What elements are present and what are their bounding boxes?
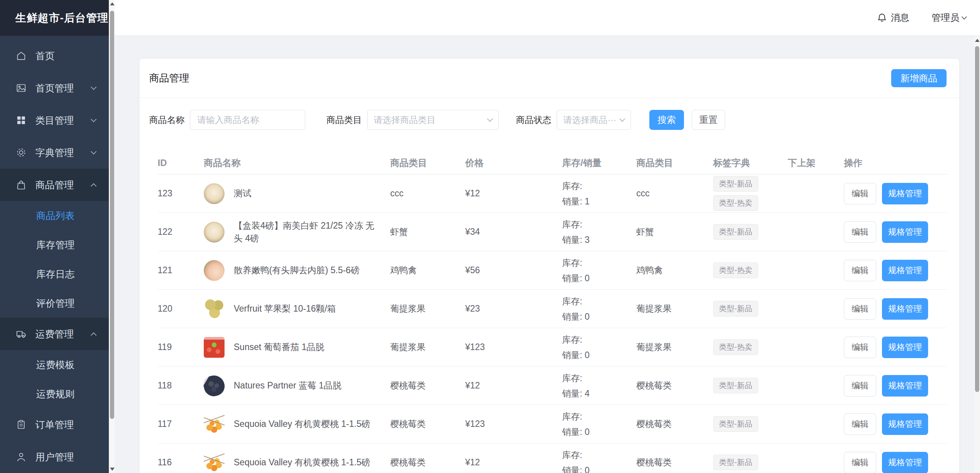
edit-button[interactable]: 编辑 [844, 221, 876, 243]
sidebar-item-freight-mgmt[interactable]: 运费管理 [0, 318, 109, 350]
chevron-down-icon [91, 149, 97, 155]
page-content: 商品管理 新增商品 商品名称 商品类目 请选择商品类目 商品状态 请选择商品 [115, 36, 980, 473]
product-id: 117 [158, 419, 204, 429]
admin-user-menu[interactable]: 管理员 [932, 12, 966, 24]
edit-button[interactable]: 编辑 [844, 413, 876, 435]
spec-manage-button[interactable]: 规格管理 [882, 337, 928, 358]
spec-manage-button[interactable]: 规格管理 [882, 413, 928, 435]
add-product-button[interactable]: 新增商品 [891, 69, 947, 87]
scroll-up-arrow[interactable] [974, 37, 980, 43]
product-image [204, 260, 225, 281]
stock-sales: 库存: 销量: 0 [562, 255, 636, 286]
product-id: 122 [158, 227, 204, 237]
page-title: 商品管理 [149, 71, 189, 85]
product-image [204, 337, 225, 358]
product-id: 116 [158, 457, 204, 468]
sidebar-subitem-freight-rule[interactable]: 运费规则 [0, 379, 109, 408]
edit-button[interactable]: 编辑 [844, 183, 876, 204]
sidebar-subitem-review-mgmt[interactable]: 评价管理 [0, 289, 109, 318]
product-name: 【盒装4磅】南美白虾 21/25 冷冻 无头 4磅 [234, 219, 381, 245]
col-header-price: 价格 [465, 157, 562, 169]
edit-button[interactable]: 编辑 [844, 298, 876, 320]
sidebar-item-label: 首页管理 [35, 82, 83, 95]
product-category-2: 虾蟹 [636, 226, 713, 238]
tag: 类型-新品 [713, 176, 758, 192]
chevron-down-icon [619, 116, 626, 122]
stock-sales: 库存: 销量: 0 [562, 447, 636, 473]
sidebar-subitem-freight-template[interactable]: 运费模板 [0, 350, 109, 379]
edit-button[interactable]: 编辑 [844, 375, 876, 397]
product-image [201, 373, 226, 398]
product-category: ccc [390, 188, 465, 199]
reset-button[interactable]: 重置 [692, 110, 725, 130]
sidebar-item-label: 商品列表 [36, 209, 75, 222]
stock-sales: 库存: 销量: 0 [562, 332, 636, 363]
stock-sales: 库存: 销量: 0 [562, 294, 636, 324]
sidebar-item-homepage-mgmt[interactable]: 首页管理 [0, 72, 109, 104]
sales-value: 1 [585, 196, 590, 206]
table-row: 121 散养嫩鸭(有头脚去内脏) 5.5-6磅 鸡鸭禽 ¥56 库存: 销量: … [158, 251, 947, 290]
chevron-down-icon [962, 14, 967, 20]
sidebar-subitem-stock-mgmt[interactable]: 库存管理 [0, 230, 109, 259]
product-name: Sequoia Valley 有机黄樱桃 1-1.5磅 [234, 456, 370, 469]
scrollbar-thumb[interactable] [110, 11, 114, 419]
scroll-up-arrow[interactable] [109, 1, 115, 7]
sidebar-item-dict-mgmt[interactable]: 字典管理 [0, 136, 109, 169]
product-name: Verfruit 苹果梨 10-16颗/箱 [234, 302, 336, 315]
scroll-down-arrow[interactable] [109, 466, 115, 472]
spec-manage-button[interactable]: 规格管理 [882, 221, 928, 243]
spec-manage-button[interactable]: 规格管理 [882, 452, 928, 473]
product-category-select[interactable]: 请选择商品类目 [367, 110, 499, 130]
product-category-label: 商品类目 [326, 114, 362, 126]
content-scrollbar[interactable] [974, 36, 980, 473]
tag: 类型-新品 [713, 224, 758, 240]
col-header-category: 商品类目 [390, 157, 465, 169]
spec-manage-button[interactable]: 规格管理 [882, 375, 928, 397]
table-row: 119 Sunset 葡萄番茄 1品脱 葡提浆果 ¥123 库存: 销量: 0 … [158, 328, 947, 367]
col-header-onoff: 下上架 [788, 157, 844, 169]
app-logo-title: 生鲜超市-后台管理 [0, 0, 109, 36]
chevron-down-icon [91, 116, 97, 123]
select-placeholder: 请选择商品类目 [374, 114, 484, 126]
edit-button[interactable]: 编辑 [844, 337, 876, 358]
col-header-category2: 商品类目 [636, 157, 713, 169]
product-category-2: 樱桃莓类 [636, 456, 713, 468]
sidebar-item-product-mgmt[interactable]: 商品管理 [0, 169, 109, 201]
product-category: 虾蟹 [390, 226, 465, 238]
product-name-input[interactable] [190, 110, 305, 130]
product-name: 测试 [234, 187, 251, 200]
product-image [204, 414, 225, 435]
sidebar-scrollbar[interactable] [109, 0, 115, 473]
edit-button[interactable]: 编辑 [844, 452, 876, 473]
edit-button[interactable]: 编辑 [844, 260, 876, 281]
sidebar-item-order-mgmt[interactable]: 订单管理 [0, 408, 109, 441]
scrollbar-thumb[interactable] [975, 46, 979, 392]
chevron-down-icon [487, 116, 493, 122]
spec-manage-button[interactable]: 规格管理 [882, 260, 928, 281]
product-name: 散养嫩鸭(有头脚去内脏) 5.5-6磅 [234, 264, 359, 277]
product-price: ¥23 [465, 304, 562, 314]
product-status-select[interactable]: 请选择商品··· [557, 110, 631, 130]
topbar: 消息 管理员 [115, 0, 980, 36]
table-row: 122 【盒装4磅】南美白虾 21/25 冷冻 无头 4磅 虾蟹 ¥34 库存:… [158, 213, 947, 251]
product-category-2: 葡提浆果 [636, 303, 713, 315]
spec-manage-button[interactable]: 规格管理 [882, 183, 928, 204]
product-image [204, 183, 225, 204]
product-image [204, 299, 225, 319]
sidebar-item-home[interactable]: 首页 [0, 40, 109, 72]
sidebar-item-user-mgmt[interactable]: 用户管理 [0, 441, 109, 473]
card-header: 商品管理 新增商品 [140, 59, 959, 98]
sidebar-item-category-mgmt[interactable]: 类目管理 [0, 104, 109, 136]
sales-value: 0 [585, 350, 590, 360]
truck-icon [15, 328, 27, 340]
sidebar-subitem-product-list[interactable]: 商品列表 [0, 201, 109, 230]
search-button[interactable]: 搜索 [649, 110, 684, 130]
sidebar-item-label: 类目管理 [35, 114, 83, 127]
table-row: 117 Sequoia Valley 有机黄樱桃 1-1.5磅 樱桃莓类 ¥12… [158, 405, 947, 443]
spec-manage-button[interactable]: 规格管理 [882, 298, 928, 320]
sidebar-subitem-stock-log[interactable]: 库存日志 [0, 259, 109, 289]
messages-button[interactable]: 消息 [876, 12, 909, 24]
product-category: 樱桃莓类 [390, 418, 465, 430]
messages-label: 消息 [891, 12, 909, 24]
product-category: 葡提浆果 [390, 303, 465, 315]
